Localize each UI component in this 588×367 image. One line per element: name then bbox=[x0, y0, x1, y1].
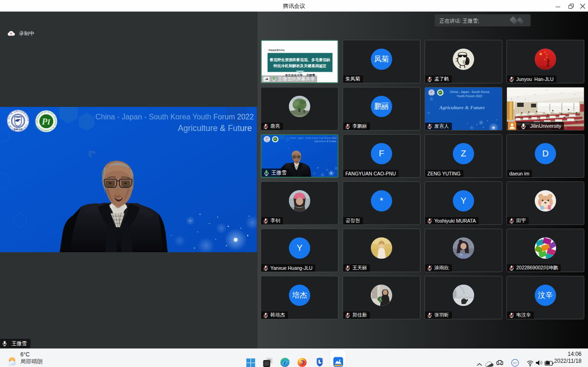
svg-text:PI: PI bbox=[41, 117, 51, 126]
svg-text:Youth Forum 2022: Youth Forum 2022 bbox=[457, 94, 482, 98]
svg-text:特抗冷机制解析及关键基因鉴定: 特抗冷机制解析及关键基因鉴定 bbox=[273, 63, 327, 68]
svg-text:吉林大学: 吉林大学 bbox=[13, 128, 22, 131]
svg-text:China - Japan - South Korea: China - Japan - South Korea bbox=[450, 90, 489, 94]
svg-text:番茄野生资源类番茄茄、多毛番茄鈇: 番茄野生资源类番茄茄、多毛番茄鈇 bbox=[269, 58, 331, 62]
svg-text:Agriculture & Future: Agriculture & Future bbox=[439, 105, 485, 110]
svg-text:PY: PY bbox=[513, 362, 517, 365]
